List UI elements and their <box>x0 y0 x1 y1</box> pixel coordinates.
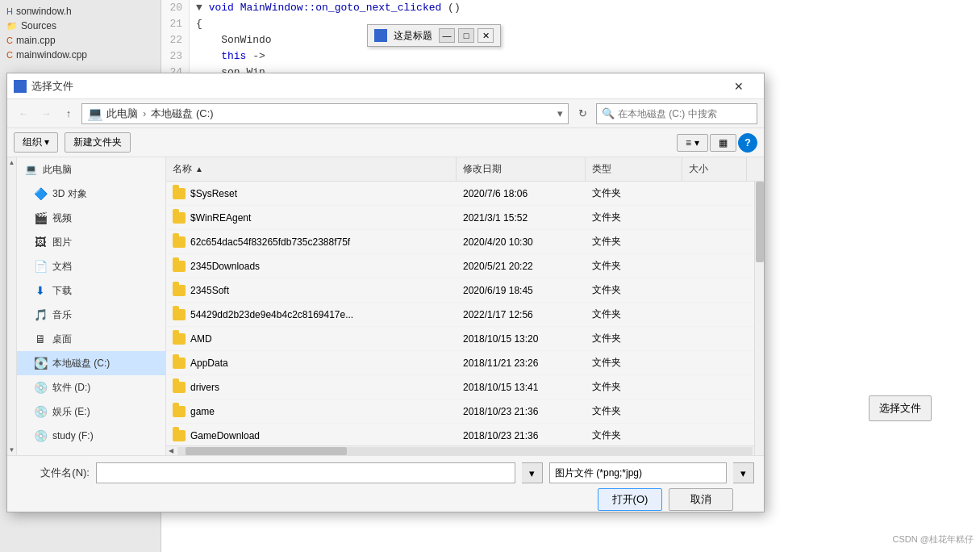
nav-documents[interactable]: 📄 文档 <box>17 254 165 278</box>
nav-this-pc[interactable]: 💻 此电脑 <box>17 157 165 182</box>
nav-disk-f[interactable]: 💿 study (F:) <box>17 424 165 448</box>
refresh-btn[interactable]: ↻ <box>572 103 593 124</box>
filetype-select[interactable]: 图片文件 (*png;*jpg) <box>549 462 727 483</box>
table-row[interactable]: 2345Downloads 2020/5/21 20:22 文件夹 <box>166 254 764 278</box>
file-date-cell: 2018/10/15 13:41 <box>457 375 586 399</box>
col-header-size[interactable]: 大小 <box>682 157 747 181</box>
file-type-cell: 文件夹 <box>586 424 682 445</box>
table-row[interactable]: AppData 2018/11/21 23:26 文件夹 <box>166 351 764 375</box>
path-local-disk: 本地磁盘 (C:) <box>151 107 213 121</box>
code-line-21: 21 { <box>161 16 980 32</box>
file-date-cell: 2020/7/6 18:06 <box>457 182 586 205</box>
file-date-cell: 2018/10/23 21:36 <box>457 424 586 445</box>
new-folder-btn[interactable]: 新建文件夹 <box>65 132 131 153</box>
search-input[interactable] <box>618 108 747 119</box>
view-buttons: ≡▾ ▦ ? <box>677 133 757 153</box>
sidebar-item-mainwindow-cpp[interactable]: C mainwindow.cpp <box>0 48 161 62</box>
sidebar-item-sources[interactable]: 📁 Sources <box>0 19 161 33</box>
file-type-cell: 文件夹 <box>586 327 682 350</box>
nav-downloads[interactable]: ⬇ 下载 <box>17 278 165 303</box>
nav-disk-e[interactable]: 💿 娱乐 (E:) <box>17 399 165 424</box>
table-row[interactable]: 54429dd2b23de9e4b4c2c8169417e... 2022/1/… <box>166 303 764 327</box>
nav-pictures[interactable]: 🖼 图片 <box>17 230 165 254</box>
right-file-panel: 名称 ▲ 修改日期 类型 大小 $SysReset 2020/ <box>166 157 764 455</box>
sidebar-item-sonwindow-h[interactable]: H sonwindow.h <box>0 4 161 19</box>
cancel-btn[interactable]: 取消 <box>669 488 733 511</box>
open-btn[interactable]: 打开(O) <box>598 488 662 511</box>
file-date-cell: 2018/10/23 21:36 <box>457 399 586 423</box>
tooltip-app-icon <box>374 29 387 42</box>
tooltip-close-btn[interactable]: ✕ <box>477 28 494 43</box>
folder-icon <box>173 261 186 272</box>
dialog-actionbar: 组织 ▾ 新建文件夹 ≡▾ ▦ ? <box>7 128 764 157</box>
select-file-btn[interactable]: 选择文件 <box>869 395 932 421</box>
table-row[interactable]: GameDownload 2018/10/23 21:36 文件夹 <box>166 424 764 445</box>
nav-local-disk-c[interactable]: 💽 本地磁盘 (C:) <box>17 351 165 375</box>
filename-input[interactable] <box>102 467 510 479</box>
horizontal-scrollbar[interactable]: ◀ ▶ <box>166 445 764 455</box>
video-icon: 🎬 <box>33 211 48 225</box>
filename-label: 文件名(N): <box>17 466 90 480</box>
tooltip-maximize-btn[interactable]: □ <box>458 28 474 43</box>
table-row[interactable]: AMD 2018/10/15 13:20 文件夹 <box>166 327 764 351</box>
file-type-cell: 文件夹 <box>586 182 682 205</box>
disk-e-icon: 💿 <box>33 404 48 419</box>
code-line-20: 20 ▼ void MainWindow::on_goto_next_click… <box>161 0 980 16</box>
col-header-type[interactable]: 类型 <box>586 157 682 181</box>
sidebar-item-main-cpp[interactable]: C main.cpp <box>0 33 161 48</box>
help-btn[interactable]: ? <box>738 133 757 153</box>
file-name-cell: GameDownload <box>166 424 457 445</box>
col-header-date[interactable]: 修改日期 <box>457 157 586 181</box>
file-list: $SysReset 2020/7/6 18:06 文件夹 $WinREAgent… <box>166 182 764 445</box>
address-bar[interactable]: 💻 此电脑 › 本地磁盘 (C:) ▾ <box>81 103 569 124</box>
v-scroll-thumb[interactable] <box>756 182 764 262</box>
file-size-cell <box>682 303 747 326</box>
file-size-cell <box>682 182 747 205</box>
nav-3d-objects[interactable]: 🔷 3D 对象 <box>17 182 165 206</box>
tooltip-minimize-btn[interactable]: — <box>439 28 455 43</box>
dialog-close-btn[interactable]: ✕ <box>720 75 757 98</box>
file-name-cell: drivers <box>166 375 457 399</box>
filename-input-container[interactable] <box>96 462 515 483</box>
scroll-down-arrow[interactable]: ▼ <box>9 446 15 454</box>
back-btn[interactable]: ← <box>14 104 33 123</box>
table-row[interactable]: game 2018/10/23 21:36 文件夹 <box>166 399 764 424</box>
filename-dropdown-btn[interactable]: ▾ <box>522 462 543 483</box>
disk-f-icon: 💿 <box>33 429 48 443</box>
organize-btn[interactable]: 组织 ▾ <box>14 132 58 153</box>
search-box[interactable]: 🔍 <box>596 103 757 124</box>
dialog-toolbar: ← → ↑ 💻 此电脑 › 本地磁盘 (C:) ▾ ↻ 🔍 <box>7 99 764 128</box>
desktop-icon: 🖥 <box>33 332 48 346</box>
tooltip-title: 这是标题 <box>394 29 432 43</box>
nav-music[interactable]: 🎵 音乐 <box>17 303 165 327</box>
scroll-left-arrow[interactable]: ◀ <box>166 446 176 456</box>
view-panels-btn[interactable]: ▦ <box>710 134 736 152</box>
view-list-btn[interactable]: ≡▾ <box>677 134 708 152</box>
up-btn[interactable]: ↑ <box>59 104 78 123</box>
file-size-cell <box>682 424 747 445</box>
table-row[interactable]: 2345Soft 2020/6/19 18:45 文件夹 <box>166 278 764 303</box>
scroll-up-arrow[interactable]: ▲ <box>9 159 15 166</box>
table-row[interactable]: drivers 2018/10/15 13:41 文件夹 <box>166 375 764 399</box>
col-header-name[interactable]: 名称 ▲ <box>166 157 457 181</box>
table-row[interactable]: 62c654dac54f83265fdb735c2388f75f 2020/4/… <box>166 230 764 254</box>
folder-icon <box>173 333 186 345</box>
table-row[interactable]: $SysReset 2020/7/6 18:06 文件夹 <box>166 182 764 206</box>
file-size-cell <box>682 254 747 278</box>
h-scroll-track[interactable] <box>177 447 753 455</box>
forward-btn[interactable]: → <box>36 104 56 123</box>
file-type-cell: 文件夹 <box>586 230 682 253</box>
nav-desktop[interactable]: 🖥 桌面 <box>17 327 165 351</box>
table-row[interactable]: $WinREAgent 2021/3/1 15:52 文件夹 <box>166 206 764 230</box>
nav-disk-d[interactable]: 💿 软件 (D:) <box>17 375 165 399</box>
file-name-cell: $SysReset <box>166 182 457 205</box>
nav-videos[interactable]: 🎬 视频 <box>17 206 165 230</box>
h-scroll-thumb[interactable] <box>186 447 347 455</box>
vertical-scrollbar[interactable] <box>754 182 764 455</box>
disk-c-icon: 💽 <box>33 356 48 370</box>
folder-icon <box>173 285 186 296</box>
file-chooser-dialog: 选择文件 ✕ ← → ↑ 💻 此电脑 › 本地磁盘 (C:) ▾ ↻ 🔍 组织 … <box>6 73 765 512</box>
watermark: CSDN @桂花年糕仔 <box>893 533 974 546</box>
filetype-dropdown-btn[interactable]: ▾ <box>733 462 754 483</box>
dialog-title: 选择文件 <box>31 79 720 94</box>
